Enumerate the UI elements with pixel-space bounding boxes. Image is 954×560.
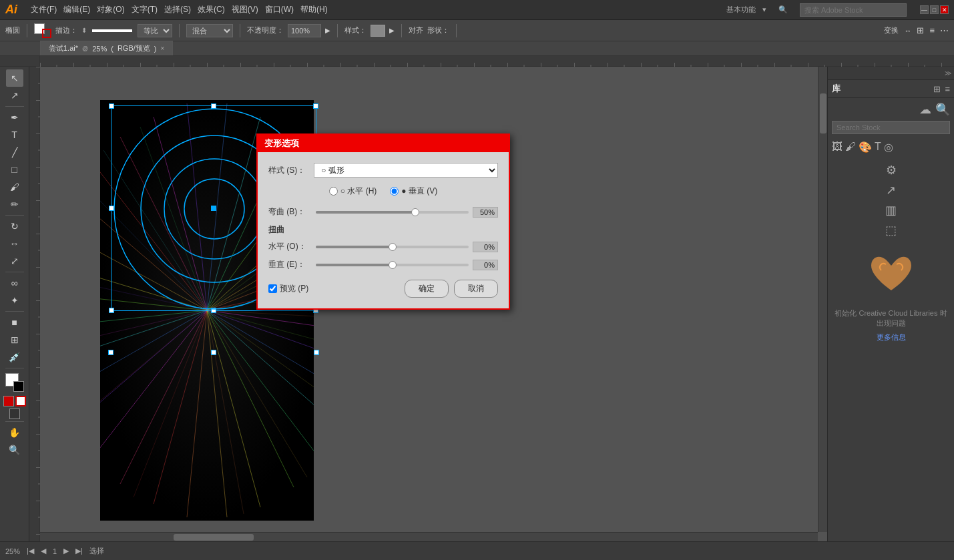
blend-select[interactable]: 混合 <box>186 24 233 37</box>
bend-slider-thumb[interactable] <box>411 208 419 216</box>
tab-close-button[interactable]: × <box>160 45 164 52</box>
preview-checkbox-label[interactable]: 预览 (P) <box>268 283 308 294</box>
tool-reflect[interactable]: ↔ <box>6 235 23 252</box>
style-select[interactable]: ○ 弧形 <box>314 163 498 178</box>
menu-view[interactable]: 视图(V) <box>232 4 258 15</box>
close-button[interactable]: ✕ <box>940 5 949 14</box>
library-search-input[interactable] <box>832 121 950 134</box>
handle-bm2[interactable] <box>211 350 216 355</box>
tool-mesh[interactable]: ⊞ <box>6 331 23 348</box>
minimize-button[interactable]: — <box>920 5 929 14</box>
h-distort-slider-track[interactable] <box>316 246 469 248</box>
stock-search-input[interactable] <box>800 3 907 17</box>
panel-layers-icon[interactable]: ▥ <box>885 203 897 218</box>
nav-next-next[interactable]: ▶| <box>75 547 83 555</box>
menu-window[interactable]: 窗口(W) <box>265 4 294 15</box>
bend-slider-track[interactable] <box>316 211 469 214</box>
page-number[interactable]: 1 <box>53 547 57 555</box>
tool-scale[interactable]: ⤢ <box>6 252 23 270</box>
image-type-icon[interactable]: 🖼 <box>832 141 843 154</box>
tool-gradient[interactable]: ■ <box>6 314 23 331</box>
vertical-radio-label[interactable]: ● 垂直 (V) <box>390 186 437 197</box>
horizontal-radio-label[interactable]: ○ 水平 (H) <box>329 186 377 197</box>
shape-label2[interactable]: 形状： <box>427 25 449 35</box>
menu-text[interactable]: 文字(T) <box>132 4 158 15</box>
style-preview[interactable] <box>371 25 385 37</box>
preview-checkbox[interactable] <box>268 284 277 293</box>
tool-line[interactable]: ╱ <box>6 144 23 161</box>
background-color[interactable] <box>13 381 24 392</box>
maximize-button[interactable]: □ <box>930 5 939 14</box>
grid-view-icon[interactable]: ⊞ <box>917 25 924 35</box>
opacity-input[interactable] <box>288 24 321 37</box>
handle-bl2[interactable] <box>108 350 113 355</box>
zoom-level[interactable]: 25% <box>5 547 20 555</box>
v-distort-slider-track[interactable] <box>316 264 469 266</box>
align-label[interactable]: 对齐 <box>409 25 423 35</box>
nav-prev-prev[interactable]: |◀ <box>27 547 34 555</box>
bend-value[interactable]: 50% <box>473 207 498 218</box>
menu-object[interactable]: 对象(O) <box>97 4 124 15</box>
tool-pen[interactable]: ✒ <box>6 109 23 126</box>
stroke-weight-select[interactable]: 等比 <box>138 24 172 37</box>
tool-eyedropper[interactable]: 💉 <box>6 348 23 366</box>
warp-dialog[interactable]: 变形选项 样式 (S)： ○ 弧形 ○ 水平 (H) <box>256 133 510 310</box>
tool-shape[interactable]: □ <box>6 161 23 178</box>
extra-icon[interactable]: ⋯ <box>940 25 949 35</box>
tool-direct-select[interactable]: ↗ <box>6 87 23 104</box>
document-tab[interactable]: 尝试1.ai* @ 25% (RGB/预览) × <box>40 41 173 55</box>
brush-type-icon[interactable]: 🖌 <box>845 141 856 154</box>
stroke-arrows[interactable]: ⬍ <box>81 27 87 34</box>
transform-icon[interactable]: ↔ <box>904 27 911 35</box>
nav-prev[interactable]: ◀ <box>41 547 46 555</box>
tool-select[interactable]: ↖ <box>6 69 23 87</box>
panel-artboards-icon[interactable]: ⬚ <box>885 223 897 238</box>
cancel-button[interactable]: 取消 <box>454 280 498 298</box>
panel-list-view-icon[interactable]: ≡ <box>945 84 950 94</box>
more-info-link[interactable]: 更多信息 <box>873 328 910 346</box>
panel-export-icon[interactable]: ↗ <box>886 183 896 198</box>
handle-br2[interactable] <box>314 350 319 355</box>
panel-grid-view-icon[interactable]: ⊞ <box>933 84 941 94</box>
tool-symbolspray[interactable]: ✦ <box>6 292 23 309</box>
menu-effect[interactable]: 效果(C) <box>198 4 225 15</box>
tool-hand[interactable]: ✋ <box>6 424 23 441</box>
vertical-scrollbar[interactable] <box>818 67 827 532</box>
h-distort-thumb[interactable] <box>389 243 397 251</box>
tool-paintbrush[interactable]: 🖌 <box>6 178 23 196</box>
menu-edit[interactable]: 编辑(E) <box>63 4 90 15</box>
tool-zoom[interactable]: 🔍 <box>6 441 23 459</box>
v-distort-value[interactable]: 0% <box>473 260 498 270</box>
v-distort-thumb[interactable] <box>389 261 397 269</box>
h-distort-value[interactable]: 0% <box>473 242 498 252</box>
color-selector[interactable] <box>5 373 24 392</box>
fill-stroke-indicator[interactable] <box>34 23 51 38</box>
shape-type-icon[interactable]: ◎ <box>884 141 893 154</box>
menu-help[interactable]: 帮助(H) <box>300 4 328 15</box>
workspace-dropdown-icon[interactable]: ▾ <box>762 5 766 14</box>
tool-type[interactable]: T <box>6 126 23 144</box>
v-scroll-thumb[interactable] <box>820 93 826 133</box>
opacity-expand-icon[interactable]: ▶ <box>325 27 330 34</box>
panel-settings-icon[interactable]: ⚙ <box>886 163 897 178</box>
tool-pencil[interactable]: ✏ <box>6 196 23 213</box>
text-type-icon[interactable]: T <box>875 141 881 154</box>
color-fill-btn[interactable] <box>3 396 14 406</box>
color-stroke-btn[interactable] <box>15 396 26 406</box>
list-view-icon[interactable]: ≡ <box>929 25 935 35</box>
screen-mode-btn[interactable] <box>9 408 20 419</box>
menu-select[interactable]: 选择(S) <box>164 4 191 15</box>
tool-blend[interactable]: ∞ <box>6 274 23 292</box>
vertical-radio[interactable] <box>390 187 399 196</box>
workspace-label[interactable]: 基本功能 <box>726 5 756 15</box>
color-type-icon[interactable]: 🎨 <box>859 141 872 154</box>
nav-next[interactable]: ▶ <box>63 547 69 555</box>
search-panel-icon[interactable]: 🔍 <box>935 102 950 117</box>
menu-file[interactable]: 文件(F) <box>31 4 57 15</box>
h-scroll-thumb[interactable] <box>174 534 254 541</box>
tool-rotate[interactable]: ↻ <box>6 218 23 235</box>
style-expand-icon[interactable]: ▶ <box>389 27 395 34</box>
panel-collapse-btn[interactable]: ≫ <box>945 69 951 77</box>
ok-button[interactable]: 确定 <box>405 280 449 298</box>
horizontal-scrollbar[interactable] <box>40 532 818 541</box>
